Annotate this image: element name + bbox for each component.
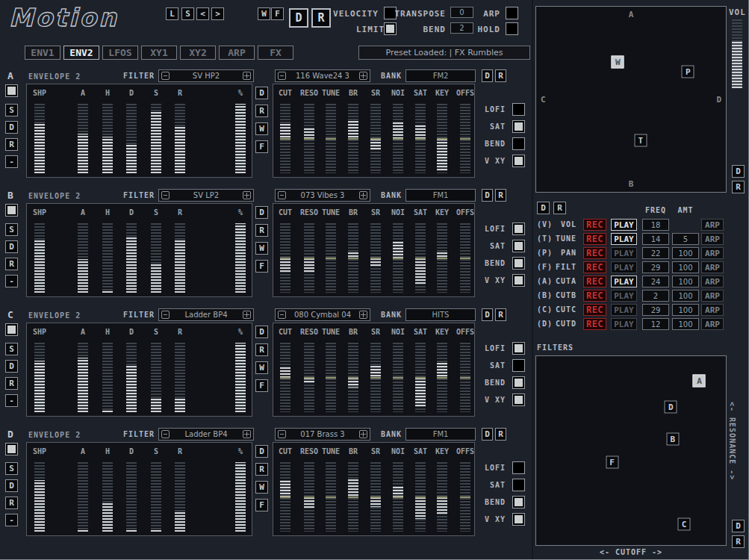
xy-marker-w[interactable]: W (612, 56, 624, 69)
rail-button-d[interactable]: D (5, 479, 18, 492)
wave-slider-noi[interactable] (393, 343, 403, 412)
amt-value-cutd[interactable]: 100 (672, 318, 699, 330)
load-button[interactable]: L (166, 7, 178, 20)
wave-dice-button[interactable]: D (482, 428, 493, 441)
env-slider-a[interactable] (78, 104, 88, 173)
filter-dropdown[interactable]: Ladder BP4 (158, 308, 254, 321)
rec-button-cutd[interactable]: REC (583, 318, 606, 330)
side-button-r[interactable]: R (255, 224, 268, 237)
bank-value-field[interactable]: FM1 (405, 428, 476, 441)
wave-slider-noi[interactable] (393, 104, 403, 173)
morph-reset-button[interactable]: R (553, 202, 566, 214)
hold-checkbox[interactable] (506, 22, 518, 35)
env-slider-s[interactable] (151, 343, 161, 412)
toggle-checkbox-vxy[interactable] (512, 393, 525, 406)
global-f-button[interactable]: F (271, 7, 284, 20)
wave-slider-reso[interactable] (304, 104, 314, 173)
freq-value-cutb[interactable]: 2 (642, 290, 669, 302)
wave-slider-noi[interactable] (393, 223, 403, 293)
wave-dice-button[interactable]: D (482, 69, 493, 82)
dropdown-minus-icon[interactable] (278, 311, 286, 319)
rail-button-dash[interactable]: - (5, 275, 18, 287)
toggle-checkbox-bend[interactable] (512, 257, 525, 270)
tab-xy1[interactable]: XY1 (141, 46, 177, 60)
rail-button-s[interactable]: S (5, 462, 18, 475)
rail-button-s[interactable]: S (5, 104, 18, 116)
wave-dice-button[interactable]: D (482, 308, 493, 321)
wave-slider-br[interactable] (348, 343, 358, 412)
rail-button-r[interactable]: R (5, 138, 18, 151)
tab-arp[interactable]: ARP (219, 46, 255, 60)
dropdown-minus-icon[interactable] (278, 430, 286, 438)
wave-slider-cut[interactable] (280, 223, 290, 293)
wave-slider-sat[interactable] (415, 223, 426, 293)
side-button-d[interactable]: D (255, 326, 268, 338)
rail-button-dash[interactable]: - (5, 155, 18, 168)
rec-button-filt[interactable]: REC (583, 261, 606, 273)
freq-value-tune[interactable]: 14 (642, 233, 669, 245)
env-slider-h[interactable] (102, 462, 113, 532)
play-button-cuta[interactable]: PLAY (611, 276, 637, 287)
env-slider-shp[interactable] (34, 104, 45, 173)
global-w-button[interactable]: W (258, 7, 270, 20)
play-button-cutb[interactable]: PLAY (611, 290, 637, 302)
side-button-f[interactable]: F (255, 260, 268, 273)
dropdown-grid-icon[interactable] (359, 430, 367, 438)
dropdown-grid-icon[interactable] (359, 72, 367, 80)
wave-slider-cut[interactable] (280, 104, 290, 173)
env-slider-r[interactable] (175, 462, 185, 532)
amt-value-pan[interactable]: 100 (672, 247, 699, 259)
wave-dropdown[interactable]: 080 Cymbal 04 (275, 308, 370, 321)
filter-dropdown[interactable]: SV LP2 (158, 189, 254, 202)
freq-value-cuta[interactable]: 24 (642, 276, 669, 287)
side-button-w[interactable]: W (255, 361, 268, 374)
toggle-checkbox-vxy[interactable] (512, 274, 525, 287)
arp-button-cutb[interactable]: ARP (701, 290, 724, 302)
dropdown-minus-icon[interactable] (278, 72, 286, 80)
env-slider-h[interactable] (102, 104, 113, 173)
wave-reset-button[interactable]: R (495, 69, 506, 82)
next-preset-button[interactable]: > (211, 7, 224, 20)
save-button[interactable]: S (181, 7, 194, 20)
arp-button-cutd[interactable]: ARP (701, 318, 724, 330)
wave-slider-sat[interactable] (415, 104, 426, 173)
limit-checkbox[interactable] (384, 22, 397, 35)
tab-xy2[interactable]: XY2 (180, 46, 216, 60)
wave-slider-reso[interactable] (304, 462, 314, 532)
filters-xy-pad[interactable]: ADBFC (535, 355, 727, 546)
env-slider-h[interactable] (102, 343, 113, 412)
env-slider-shp[interactable] (34, 343, 45, 412)
amt-value-cutb[interactable]: 100 (672, 290, 699, 302)
toggle-checkbox-bend[interactable] (512, 137, 525, 150)
filter-marker-c[interactable]: C (678, 518, 691, 531)
wave-slider-sr[interactable] (370, 343, 381, 412)
play-button-tune[interactable]: PLAY (611, 233, 637, 245)
xy-pad-reset-button[interactable]: R (732, 181, 745, 193)
xy-marker-t[interactable]: T (634, 134, 647, 146)
env-slider-d[interactable] (126, 462, 137, 532)
dropdown-grid-icon[interactable] (359, 191, 367, 199)
dropdown-minus-icon[interactable] (161, 191, 170, 199)
filter-marker-b[interactable]: B (666, 433, 679, 446)
rail-button-s[interactable]: S (5, 343, 18, 355)
play-button-filt[interactable]: PLAY (611, 261, 637, 273)
toggle-checkbox-lofi[interactable] (512, 223, 525, 235)
freq-value-pan[interactable]: 22 (642, 247, 669, 259)
env-slider-pct[interactable] (235, 343, 246, 412)
wave-slider-key[interactable] (437, 462, 447, 532)
arp-button-cuta[interactable]: ARP (701, 276, 724, 287)
side-button-d[interactable]: D (255, 445, 268, 458)
wave-slider-sr[interactable] (370, 462, 381, 532)
side-button-w[interactable]: W (255, 242, 268, 255)
toggle-checkbox-lofi[interactable] (512, 461, 525, 474)
wave-slider-br[interactable] (348, 104, 358, 173)
dropdown-grid-icon[interactable] (243, 191, 251, 199)
amt-value-tune[interactable]: 5 (672, 233, 699, 245)
wave-slider-br[interactable] (348, 223, 358, 293)
xy-marker-p[interactable]: P (682, 65, 694, 78)
play-button-cutc[interactable]: PLAY (611, 304, 637, 316)
env-slider-pct[interactable] (235, 104, 246, 173)
env-slider-a[interactable] (78, 223, 88, 293)
wave-slider-key[interactable] (437, 104, 447, 173)
wave-slider-key[interactable] (437, 343, 447, 412)
